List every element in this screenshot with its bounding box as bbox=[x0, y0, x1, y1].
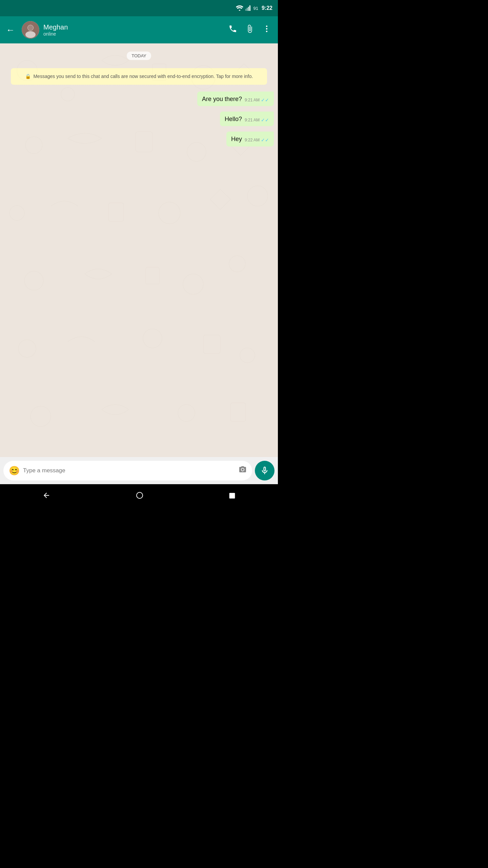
message-row: Hello? 9:21 AM ✓✓ bbox=[4, 112, 274, 126]
message-text-1: Are you there? bbox=[202, 95, 242, 103]
navigation-bar bbox=[0, 484, 278, 509]
nav-home-button[interactable] bbox=[125, 488, 154, 505]
back-button[interactable]: ← bbox=[3, 22, 18, 38]
wifi-icon bbox=[236, 5, 243, 11]
contact-status: online bbox=[43, 31, 221, 37]
status-icons: 91 9:22 bbox=[236, 5, 273, 11]
message-ticks-2: ✓✓ bbox=[261, 117, 269, 124]
message-ticks-3: ✓✓ bbox=[261, 137, 269, 144]
svg-rect-0 bbox=[245, 9, 246, 11]
svg-point-30 bbox=[30, 406, 51, 427]
svg-point-18 bbox=[9, 205, 24, 220]
message-time-3: 9:22 AM bbox=[245, 137, 260, 143]
svg-rect-34 bbox=[229, 493, 235, 499]
svg-point-21 bbox=[159, 202, 180, 224]
message-row: Hey 9:22 AM ✓✓ bbox=[4, 132, 274, 146]
battery-indicator: 91 bbox=[253, 6, 258, 11]
svg-point-8 bbox=[266, 25, 267, 27]
message-bubble-3: Hey 9:22 AM ✓✓ bbox=[226, 132, 274, 146]
contact-info[interactable]: Meghan online bbox=[43, 23, 221, 37]
message-meta-1: 9:21 AM ✓✓ bbox=[245, 97, 269, 104]
svg-rect-28 bbox=[203, 335, 220, 354]
message-input-container: 😊 bbox=[3, 461, 252, 480]
svg-point-33 bbox=[137, 492, 143, 498]
signal-icon bbox=[245, 5, 251, 11]
contact-name: Meghan bbox=[43, 23, 221, 31]
input-area: 😊 bbox=[0, 457, 278, 484]
message-bubble-1: Are you there? 9:21 AM ✓✓ bbox=[197, 92, 274, 106]
message-meta-2: 9:21 AM ✓✓ bbox=[245, 117, 269, 124]
svg-point-31 bbox=[178, 405, 195, 421]
svg-point-7 bbox=[28, 25, 33, 31]
emoji-button[interactable]: 😊 bbox=[9, 466, 20, 476]
date-badge: TODAY bbox=[127, 52, 151, 60]
message-row: Are you there? 9:21 AM ✓✓ bbox=[4, 92, 274, 106]
attach-button[interactable] bbox=[242, 21, 258, 39]
svg-point-6 bbox=[25, 31, 36, 38]
call-button[interactable] bbox=[225, 21, 241, 39]
contact-avatar[interactable] bbox=[22, 21, 39, 39]
message-text-2: Hello? bbox=[225, 115, 242, 123]
more-options-button[interactable] bbox=[259, 21, 274, 39]
message-ticks-1: ✓✓ bbox=[261, 97, 269, 104]
lock-icon: 🔒 bbox=[25, 74, 31, 79]
svg-point-19 bbox=[247, 186, 268, 206]
message-text-3: Hey bbox=[231, 135, 242, 143]
svg-point-27 bbox=[143, 329, 162, 348]
svg-rect-1 bbox=[247, 8, 248, 11]
svg-point-23 bbox=[229, 256, 245, 272]
nav-recent-button[interactable] bbox=[219, 488, 246, 505]
chat-header: ← Meghan online bbox=[0, 16, 278, 43]
encryption-text: Messages you send to this chat and calls… bbox=[33, 74, 253, 79]
message-bubble-2: Hello? 9:21 AM ✓✓ bbox=[220, 112, 274, 126]
header-actions bbox=[225, 21, 274, 39]
svg-rect-20 bbox=[108, 203, 124, 221]
svg-point-29 bbox=[240, 348, 255, 363]
message-time-2: 9:21 AM bbox=[245, 117, 260, 123]
svg-point-25 bbox=[183, 274, 203, 294]
svg-point-26 bbox=[18, 340, 36, 357]
encryption-notice[interactable]: 🔒 Messages you send to this chat and cal… bbox=[11, 68, 267, 85]
camera-button[interactable] bbox=[239, 466, 247, 476]
message-input[interactable] bbox=[23, 467, 235, 474]
message-meta-3: 9:22 AM ✓✓ bbox=[245, 137, 269, 144]
svg-point-22 bbox=[24, 271, 43, 290]
svg-rect-32 bbox=[230, 403, 246, 421]
svg-point-9 bbox=[266, 28, 267, 29]
svg-rect-3 bbox=[249, 5, 250, 11]
status-time: 9:22 bbox=[262, 5, 272, 11]
chat-area: TODAY 🔒 Messages you send to this chat a… bbox=[0, 43, 278, 457]
voice-button[interactable] bbox=[255, 461, 274, 480]
svg-rect-2 bbox=[248, 7, 249, 11]
svg-point-10 bbox=[266, 31, 267, 32]
message-time-1: 9:21 AM bbox=[245, 97, 260, 103]
status-bar: 91 9:22 bbox=[0, 0, 278, 16]
nav-back-button[interactable] bbox=[32, 488, 61, 505]
svg-rect-24 bbox=[146, 267, 159, 284]
